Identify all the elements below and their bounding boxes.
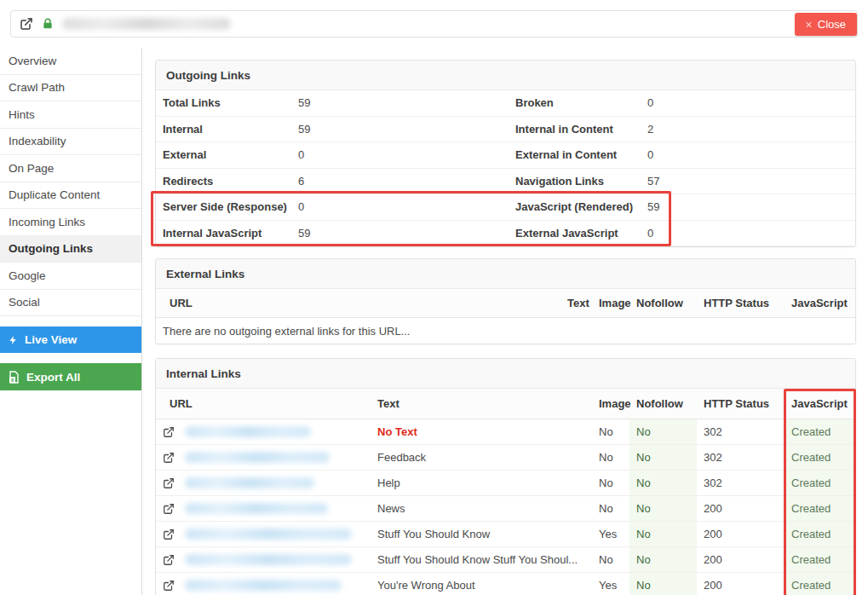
column-header-nofollow: Nofollow	[629, 389, 697, 419]
sidebar: Overview Crawl Path Hints Indexability O…	[0, 48, 142, 595]
sidebar-item-hints[interactable]: Hints	[0, 101, 141, 129]
link-image-flag: No	[592, 496, 629, 521]
sidebar-item-incoming-links[interactable]: Incoming Links	[0, 209, 141, 236]
link-text: News	[371, 496, 592, 521]
stat-row: Internal 59 Internal in Content 2	[156, 117, 855, 143]
link-http-status: 200	[697, 522, 785, 546]
external-links-panel: External Links URL Text Image Nofollow H…	[155, 258, 856, 344]
link-http-status: 302	[697, 419, 785, 444]
stat-label: Internal JavaScript	[163, 227, 298, 240]
link-image-flag: No	[592, 445, 629, 470]
link-javascript-status: Created	[785, 445, 855, 470]
link-nofollow-flag: No	[629, 471, 697, 495]
column-header-url: URL	[163, 289, 560, 317]
link-http-status: 302	[697, 471, 785, 495]
link-http-status: 200	[697, 547, 785, 572]
sidebar-item-label: Overview	[9, 55, 56, 67]
svg-text:x: x	[11, 376, 14, 382]
open-in-new-tab-icon[interactable]	[20, 17, 33, 31]
stat-value: 0	[298, 148, 515, 161]
sidebar-item-label: Social	[9, 296, 40, 309]
column-header-url: URL	[163, 389, 371, 419]
link-image-flag: Yes	[592, 573, 629, 595]
external-links-title: External Links	[156, 259, 855, 289]
stat-label: Internal in Content	[515, 123, 647, 136]
link-javascript-status: Created	[785, 573, 855, 595]
stat-value: 0	[298, 200, 515, 213]
sidebar-item-label: Crawl Path	[9, 81, 65, 94]
open-link-icon[interactable]	[163, 554, 175, 566]
close-button[interactable]: × Close	[795, 13, 857, 36]
url-redacted-text	[62, 18, 231, 30]
close-icon: ×	[806, 19, 813, 31]
external-links-table-header: URL Text Image Nofollow HTTP Status Java…	[156, 289, 855, 318]
sidebar-item-crawl-path[interactable]: Crawl Path	[0, 75, 141, 102]
stat-value: 0	[647, 148, 848, 161]
internal-links-table-header: URL Text Image Nofollow HTTP Status Java…	[156, 389, 855, 419]
live-view-label: Live View	[25, 333, 77, 346]
open-link-icon[interactable]	[163, 426, 175, 438]
stat-value: 59	[298, 96, 515, 109]
export-all-button[interactable]: x Export All	[0, 363, 141, 390]
internal-links-panel: Internal Links URL Text Image Nofollow H…	[155, 358, 856, 595]
outgoing-links-title: Outgoing Links	[156, 61, 855, 90]
stat-row: External 0 External in Content 0	[156, 142, 855, 169]
url-redacted-link[interactable]	[185, 452, 330, 463]
sidebar-item-label: Incoming Links	[9, 216, 85, 228]
close-button-label: Close	[818, 18, 846, 31]
table-row: Feedback No No 302 Created	[156, 445, 855, 471]
stat-value: 2	[647, 123, 848, 136]
url-redacted-link[interactable]	[185, 426, 311, 437]
sidebar-item-outgoing-links[interactable]: Outgoing Links	[0, 236, 141, 263]
link-javascript-status: Created	[785, 496, 855, 521]
export-file-icon: x	[9, 371, 20, 384]
stat-row: Total Links 59 Broken 0	[156, 90, 855, 117]
sidebar-item-social[interactable]: Social	[0, 290, 141, 317]
sidebar-item-indexability[interactable]: Indexability	[0, 129, 141, 156]
live-view-button[interactable]: Live View	[0, 326, 141, 353]
lightning-bolt-icon	[9, 334, 18, 346]
open-link-icon[interactable]	[163, 529, 175, 540]
stat-value: 57	[647, 175, 848, 188]
url-redacted-link[interactable]	[185, 503, 328, 514]
external-links-empty-message: There are no outgoing external links for…	[156, 318, 855, 344]
link-image-flag: No	[592, 547, 629, 572]
open-link-icon[interactable]	[163, 477, 175, 489]
ssl-lock-icon	[42, 17, 54, 31]
sidebar-item-on-page[interactable]: On Page	[0, 155, 141, 182]
sidebar-item-label: Duplicate Content	[9, 188, 100, 201]
link-image-flag: Yes	[592, 522, 629, 546]
url-redacted-link[interactable]	[185, 477, 314, 488]
stat-value: 6	[298, 175, 515, 188]
open-link-icon[interactable]	[163, 503, 175, 515]
open-link-icon[interactable]	[163, 452, 175, 464]
link-text: No Text	[371, 419, 592, 444]
url-redacted-link[interactable]	[185, 529, 352, 540]
link-javascript-status: Created	[785, 419, 855, 444]
link-javascript-status: Created	[785, 471, 855, 495]
column-header-http-status: HTTP Status	[697, 389, 785, 419]
table-row: No Text No No 302 Created	[156, 419, 855, 445]
column-header-image: Image	[592, 289, 629, 317]
column-header-javascript: JavaScript	[785, 389, 855, 419]
stat-label: Navigation Links	[515, 175, 647, 188]
sidebar-item-google[interactable]: Google	[0, 263, 141, 290]
sidebar-item-duplicate-content[interactable]: Duplicate Content	[0, 182, 141, 210]
stat-value: 0	[647, 227, 848, 240]
open-link-icon[interactable]	[163, 580, 175, 592]
stat-label: External JavaScript	[515, 227, 647, 240]
link-nofollow-flag: No	[629, 419, 697, 444]
url-redacted-link[interactable]	[185, 580, 342, 591]
column-header-image: Image	[592, 389, 629, 419]
stat-row: Internal JavaScript 59 External JavaScri…	[156, 221, 855, 247]
link-text: Feedback	[371, 445, 592, 470]
column-header-text: Text	[371, 389, 592, 419]
sidebar-item-label: Outgoing Links	[9, 242, 93, 255]
export-all-label: Export All	[26, 371, 80, 384]
link-text: You're Wrong About	[371, 573, 592, 595]
url-bar[interactable]	[10, 10, 858, 38]
url-redacted-link[interactable]	[185, 554, 352, 565]
sidebar-item-label: Indexability	[9, 135, 66, 147]
stat-value: 0	[647, 96, 848, 109]
sidebar-item-overview[interactable]: Overview	[0, 48, 141, 75]
